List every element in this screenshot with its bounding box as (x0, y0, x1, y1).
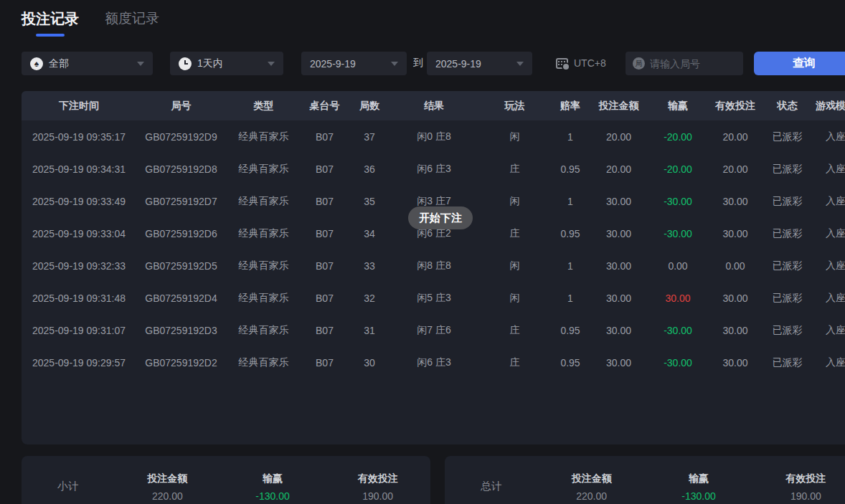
table-row: 2025-09-19 09:31:48GB07259192D4经典百家乐B073… (22, 282, 845, 314)
cell-play: 庄 (477, 153, 552, 185)
game-type-dropdown[interactable]: ♠ 全部 (22, 52, 153, 75)
cell-time: 2025-09-19 09:29:57 (22, 346, 136, 379)
summary-stat: 有效投注190.00 (752, 472, 845, 502)
total-panel: 总计 投注金额220.00输赢-130.00有效投注190.00 (445, 456, 845, 504)
cell-status: 已派彩 (764, 185, 811, 217)
cell-bet_amount: 30.00 (588, 249, 649, 282)
cell-win_loss: 30.00 (649, 282, 707, 314)
cell-table_no: B07 (301, 120, 348, 153)
column-header-table_no: 桌台号 (301, 91, 348, 120)
round-search-field[interactable]: 局 (626, 52, 743, 75)
cell-odds: 1 (552, 282, 588, 314)
cell-valid_bet: 30.00 (707, 185, 764, 217)
cell-valid_bet: 20.00 (707, 120, 764, 153)
cell-status: 已派彩 (764, 282, 811, 314)
summary-stat: 输赢-130.00 (220, 472, 326, 502)
table-row: 2025-09-19 09:32:33GB07259192D5经典百家乐B073… (22, 249, 845, 282)
cell-time: 2025-09-19 09:31:48 (22, 282, 136, 314)
round-number-icon: 局 (633, 57, 645, 70)
cell-time: 2025-09-19 09:35:17 (22, 120, 136, 153)
cell-type: 经典百家乐 (226, 249, 301, 282)
cell-valid_bet: 30.00 (707, 282, 764, 314)
summary-stat-value: 190.00 (752, 490, 845, 502)
cell-play: 庄 (477, 314, 552, 346)
summary-stat-label: 输赢 (645, 472, 752, 485)
date-to-dropdown[interactable]: 2025-9-19 (427, 52, 532, 75)
cell-type: 经典百家乐 (226, 185, 301, 217)
cell-win_loss: 0.00 (649, 249, 707, 282)
cell-round_id: GB07259192D5 (136, 249, 226, 282)
summary-stat-value: 220.00 (115, 490, 220, 502)
cell-play: 闲 (477, 282, 552, 314)
summary-stat-value: -130.00 (645, 490, 752, 502)
cell-bet_amount: 30.00 (588, 282, 649, 314)
cell-round_id: GB07259192D4 (136, 282, 226, 314)
cell-status: 已派彩 (764, 153, 811, 185)
date-from-dropdown[interactable]: 2025-9-19 (301, 52, 407, 75)
betting-start-toast: 开始下注 (408, 206, 473, 229)
cell-round_no: 34 (348, 217, 391, 249)
cell-win_loss: -20.00 (649, 120, 707, 153)
column-header-mode: 游戏模式 (811, 91, 845, 120)
cell-mode: 入座 (811, 185, 845, 217)
cell-bet_amount: 30.00 (588, 314, 649, 346)
cell-type: 经典百家乐 (226, 217, 301, 249)
cell-odds: 1 (552, 249, 588, 282)
cell-table_no: B07 (301, 249, 348, 282)
table-body: 2025-09-19 09:35:17GB07259192D9经典百家乐B073… (22, 120, 845, 379)
cell-valid_bet: 30.00 (707, 217, 764, 249)
summary-stat-value: 220.00 (538, 490, 645, 502)
timezone-indicator: UTC+8 (556, 57, 606, 69)
column-header-time: 下注时间 (22, 91, 136, 120)
cell-time: 2025-09-19 09:34:31 (22, 153, 136, 185)
summary-stat-value: -130.00 (220, 490, 326, 502)
cell-win_loss: -30.00 (649, 346, 707, 379)
search-button[interactable]: 查询 (754, 52, 845, 75)
cell-result: 闲5 庄3 (391, 282, 477, 314)
calendar-clock-icon (556, 58, 568, 69)
cell-table_no: B07 (301, 282, 348, 314)
cell-valid_bet: 0.00 (707, 249, 764, 282)
cell-win_loss: -30.00 (649, 314, 707, 346)
tab-bet-records-label: 投注记录 (22, 11, 79, 27)
cell-round_no: 36 (348, 153, 391, 185)
cell-odds: 0.95 (552, 314, 588, 346)
timezone-label: UTC+8 (574, 57, 606, 69)
cell-status: 已派彩 (764, 346, 811, 379)
cell-valid_bet: 30.00 (707, 346, 764, 379)
cell-result: 闲7 庄6 (391, 314, 477, 346)
date-to-value: 2025-9-19 (435, 58, 481, 70)
cell-round_no: 30 (348, 346, 391, 379)
cell-bet_amount: 30.00 (588, 346, 649, 379)
cell-mode: 入座 (811, 120, 845, 153)
active-tab-underline (36, 34, 65, 37)
column-header-round_no: 局数 (348, 91, 391, 120)
subtotal-stats: 投注金额220.00输赢-130.00有效投注190.00 (115, 472, 430, 502)
summary-stat-label: 有效投注 (752, 472, 845, 485)
summary-stat: 投注金额220.00 (115, 472, 220, 502)
column-header-status: 状态 (764, 91, 811, 120)
cell-odds: 0.95 (552, 346, 588, 379)
column-header-result: 结果 (391, 91, 477, 120)
cell-win_loss: -20.00 (649, 153, 707, 185)
cell-odds: 0.95 (552, 153, 588, 185)
cell-round_no: 37 (348, 120, 391, 153)
round-search-input[interactable] (650, 58, 729, 70)
cell-mode: 入座 (811, 153, 845, 185)
cell-round_id: GB07259192D2 (136, 346, 226, 379)
tab-bar: 投注记录 额度记录 (22, 9, 159, 37)
time-range-dropdown[interactable]: 1天内 (170, 52, 283, 75)
cell-time: 2025-09-19 09:33:49 (22, 185, 136, 217)
cell-bet_amount: 20.00 (588, 120, 649, 153)
clock-icon (179, 57, 192, 70)
cell-round_no: 35 (348, 185, 391, 217)
tab-bet-records[interactable]: 投注记录 (22, 9, 79, 37)
tab-quota-records[interactable]: 额度记录 (105, 9, 159, 37)
cell-result: 闲0 庄8 (391, 120, 477, 153)
cell-result: 闲6 庄3 (391, 346, 477, 379)
summary-stat: 有效投注190.00 (325, 472, 430, 502)
table-row: 2025-09-19 09:29:57GB07259192D2经典百家乐B073… (22, 346, 845, 379)
cell-round_id: GB07259192D3 (136, 314, 226, 346)
cell-type: 经典百家乐 (226, 314, 301, 346)
table-row: 2025-09-19 09:35:17GB07259192D9经典百家乐B073… (22, 120, 845, 153)
